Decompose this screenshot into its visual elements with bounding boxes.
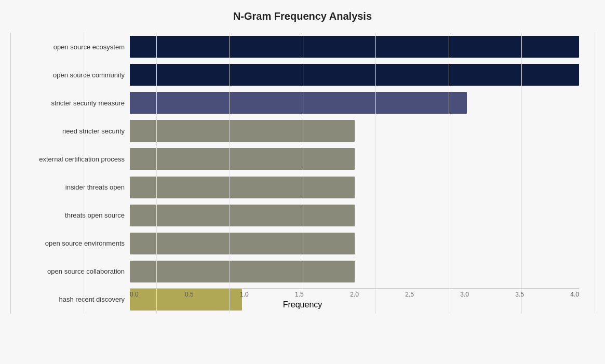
bar-label: open source ecosystem [10, 43, 125, 51]
bar-label: need stricter security [10, 127, 125, 135]
bar-label: insider threats open [10, 183, 125, 191]
chart-title: N-Gram Frequency Analysis [10, 10, 595, 22]
bar-label: open source community [10, 71, 125, 79]
bar-label: open source environments [10, 239, 125, 247]
bar-row: insider threats open [130, 173, 579, 201]
bar [130, 64, 579, 86]
bar [130, 205, 355, 226]
bar [130, 261, 355, 282]
chart-area: open source ecosystemopen source communi… [10, 33, 595, 314]
bars-wrapper: open source ecosystemopen source communi… [10, 33, 595, 314]
bar-label: open source collaboration [10, 267, 125, 275]
x-tick: 2.5 [405, 291, 414, 298]
x-axis-ticks-row: 0.00.51.01.52.02.53.03.54.0 [130, 288, 579, 298]
bar [130, 177, 355, 198]
bar [130, 233, 355, 254]
bar [130, 148, 355, 170]
chart-container: N-Gram Frequency Analysis open source ec… [0, 0, 605, 364]
x-tick: 0.5 [185, 291, 194, 298]
x-axis-label: Frequency [10, 300, 595, 309]
grid-line [595, 33, 595, 314]
bar [130, 120, 355, 142]
bar-row: stricter security measure [130, 89, 579, 117]
x-tick: 1.0 [240, 291, 249, 298]
x-tick: 0.0 [130, 291, 139, 298]
bar-row: external certification process [130, 145, 579, 173]
bar-label: external certification process [10, 155, 125, 163]
bar [130, 92, 467, 114]
bar-label: threats open source [10, 211, 125, 219]
bar-row: open source collaboration [130, 258, 579, 286]
bar-row: need stricter security [130, 117, 579, 145]
x-tick: 3.0 [460, 291, 469, 298]
bar-row: open source environments [130, 230, 579, 258]
bar-row: open source community [130, 61, 579, 89]
x-tick: 3.5 [515, 291, 524, 298]
bar-row: threats open source [130, 201, 579, 230]
x-tick: 2.0 [350, 291, 359, 298]
bar-label: stricter security measure [10, 99, 125, 107]
bar [130, 36, 579, 58]
bar-row: open source ecosystem [130, 33, 579, 61]
x-tick: 1.5 [295, 291, 304, 298]
x-tick: 4.0 [570, 291, 579, 298]
